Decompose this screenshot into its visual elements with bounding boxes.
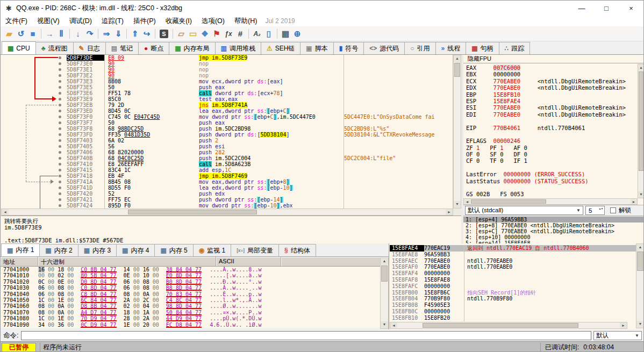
tab-call-stack[interactable]: ▥调用堆栈 [215, 42, 261, 54]
scroll-right-arrow[interactable] [620, 322, 627, 328]
tab-memory-map[interactable]: ▦内存布局 [169, 42, 215, 54]
tab-log[interactable]: ✎日志 [73, 42, 106, 54]
tab-graph[interactable]: ♣流程图 [35, 42, 74, 54]
unlock-checkbox[interactable] [610, 207, 616, 213]
tab-source[interactable]: <>源代码 [363, 42, 405, 54]
disasm-row[interactable]: 5D8F741583C4 1Cadd esp,1C [67, 167, 453, 173]
scroll-up-arrow[interactable] [454, 55, 461, 62]
disasm-row[interactable]: 5D8F73E550push eax [67, 84, 453, 90]
register-line[interactable]: EBX 00000000 [466, 71, 636, 77]
breakpoint-dot[interactable] [59, 204, 61, 207]
disasm-row[interactable]: 5D8F73E190nop [67, 67, 453, 73]
scroll-left-arrow[interactable] [390, 322, 397, 328]
globe-icon[interactable]: ⊕ [291, 28, 303, 40]
tab-cpu[interactable]: ▦CPU [2, 41, 36, 54]
disasm-row[interactable]: 5D8F73EB79 2Djns im.5D8F741A [67, 102, 453, 108]
disasm-row[interactable]: 5D8F74036A 02push 2 [67, 138, 453, 143]
tab-references[interactable]: ○引用 [404, 42, 435, 54]
breakpoint-dot[interactable] [59, 192, 61, 195]
menu-item-favourites[interactable]: 收藏夹(I) [161, 17, 197, 26]
scrollbar-thumb[interactable] [381, 265, 388, 282]
minimize-button[interactable]: — [569, 1, 594, 16]
scroll-down-arrow[interactable] [454, 201, 461, 208]
tab-notes[interactable]: ▤笔记 [105, 42, 139, 54]
stop-debuggee-icon[interactable]: ■ [27, 28, 39, 40]
disasm-row[interactable]: 5D8F741D8D55 F0lea edx,dword ptr ss:[ebp… [67, 185, 453, 191]
scroll-up-arrow[interactable] [381, 258, 388, 265]
breakpoint-dot[interactable] [59, 145, 61, 148]
stack-row[interactable]: 15E8FAF0770EABE0ntdll.770EABE0 [390, 264, 636, 270]
scroll-down-arrow[interactable] [381, 321, 388, 328]
tab-handles[interactable]: ▦句柄 [466, 42, 499, 54]
run-icon[interactable]: → [44, 28, 55, 40]
calling-convention-select[interactable]: 默认 (stdcall) ▼ [465, 206, 583, 215]
restart-icon[interactable]: ↺ [15, 28, 27, 40]
dump-tab-mem4[interactable]: ▦内存 4 [116, 244, 155, 256]
scroll-down-arrow[interactable] [636, 321, 644, 328]
disasm-row[interactable]: 5D8F7421FF75 ECpush dword ptr ss:[ebp-14… [67, 197, 453, 203]
comment-icon[interactable]: ▭ [187, 28, 199, 40]
tab-trace[interactable]: ∴跟踪 [499, 42, 531, 54]
menu-item-debug[interactable]: 调试(D) [65, 17, 97, 26]
call-arg-row[interactable]: 4: [esp+10] 00000000 [463, 234, 644, 240]
breakpoint-dot[interactable] [59, 98, 61, 100]
disasm-row[interactable]: 5D8F73F750push eax [67, 120, 453, 126]
disasm-row[interactable]: 5D8F7424895D F0mov dword ptr ss:[ebp-10]… [67, 203, 453, 209]
stack-horizontal-scrollbar[interactable] [390, 322, 627, 329]
call-arg-row[interactable]: 3: [esp+C] 770EABE0 <ntdll.DbgUiRemoteBr… [463, 228, 644, 234]
step-out-icon[interactable]: ⇑ [129, 28, 141, 40]
disasm-row[interactable]: 5D8F73ED8D45 0Clea eax,dword ptr ss:[ebp… [67, 108, 453, 114]
stack-row[interactable]: 15E8FB04770B9F80ntdll.770B9F80 [390, 296, 636, 302]
dump-row[interactable]: 7704103006 00 08 00C0 8D 04 7706 00 08 0… [1, 285, 380, 291]
stack-vertical-scrollbar[interactable] [636, 243, 644, 328]
register-line[interactable] [466, 131, 636, 138]
breakpoint-dot[interactable] [59, 175, 61, 177]
breakpoint-dot[interactable] [59, 157, 61, 160]
font-icon[interactable]: A₂ [251, 28, 263, 40]
register-line[interactable]: EAX 007C6000 [466, 64, 636, 71]
scroll-up-arrow[interactable] [636, 244, 644, 251]
stack-row[interactable]: 15E8FAE896A59BB3 [390, 252, 636, 258]
disasm-row[interactable]: 5D8F73E38B08mov ecx,dword ptr ds:[eax] [67, 78, 453, 84]
stack-row[interactable]: 15E8FAFC00000000 [390, 283, 636, 290]
breakpoint-dot[interactable] [59, 86, 61, 89]
stack-row[interactable]: 15E8FB0015E8FB6C指向SEH_Record[1]的指针 [390, 290, 636, 296]
breakpoint-dot[interactable] [59, 151, 61, 154]
call-arg-row[interactable]: 2: [esp+8] 770EABE0 <ntdll.DbgUiRemoteBr… [463, 222, 644, 228]
menu-item-options[interactable]: 选项(O) [197, 17, 230, 26]
run-to-cursor-icon[interactable]: ⇒ [101, 28, 112, 40]
breakpoint-dot[interactable] [59, 139, 61, 142]
register-line[interactable]: EIP 770B4061 ntdll.770B4061 [466, 125, 636, 131]
breakpoint-dot[interactable] [59, 186, 61, 189]
stack-row[interactable]: 15E8FB08F45905E3 [390, 302, 636, 308]
breakpoint-dot[interactable] [59, 181, 61, 183]
dump-row[interactable]: 7704109034 00 36 000C D9 04 771E 00 20 0… [1, 322, 380, 328]
dump-row[interactable]: 770410200C 00 0E 00D0 8D 04 7706 00 08 0… [1, 279, 380, 285]
breakpoint-dot[interactable] [59, 198, 61, 201]
disasm-row[interactable]: 5D8F741A8B45 08mov eax,dword ptr ss:[ebp… [67, 179, 453, 185]
register-line[interactable]: EBP 15E8FB10 [466, 91, 636, 98]
calculator-icon[interactable]: ▦ [280, 28, 291, 40]
scrollbar-thumb[interactable] [637, 252, 643, 271]
execute-till-return-icon[interactable]: ⇓ [112, 28, 124, 40]
scrollbar-thumb[interactable] [423, 323, 578, 328]
breakpoint-dot[interactable] [59, 80, 61, 83]
breakpoint-dot[interactable] [59, 56, 61, 59]
scroll-up-arrow[interactable] [638, 64, 644, 71]
register-line[interactable]: CF 0 TF 0 IF 1 [466, 157, 636, 164]
stack-panel[interactable]: 15E8FAE4770EAC19返回到 ntdll.770EAC19 自 ntd… [389, 243, 644, 329]
arg-count-stepper[interactable]: 5 [585, 206, 605, 215]
command-input[interactable] [21, 331, 591, 340]
dump-row[interactable]: 7704107008 00 0A 00A4 D7 04 7718 00 1A 0… [1, 310, 380, 315]
label-icon[interactable]: ❖ [199, 28, 211, 40]
disasm-row[interactable]: 5D8F740668 82020000push 282 [67, 149, 453, 155]
register-line[interactable]: GS 002B FS 0053 [466, 191, 636, 197]
tab-threads[interactable]: »线程 [435, 42, 467, 54]
breakpoint-dot[interactable] [59, 68, 61, 71]
dump-row[interactable]: 7704104006 00 08 00C8 8D 04 7708 00 0A 0… [1, 291, 380, 297]
register-line[interactable]: LastError 00000000 (ERROR_SUCCESS) [466, 171, 636, 177]
register-line[interactable]: ESI 770EABE0 <ntdll.DbgUiRemoteBreakin> [466, 104, 636, 111]
breakpoint-dot[interactable] [59, 133, 61, 136]
command-script-select[interactable]: 默认 ▼ [593, 331, 642, 340]
registers-horizontal-scrollbar[interactable] [463, 198, 638, 205]
